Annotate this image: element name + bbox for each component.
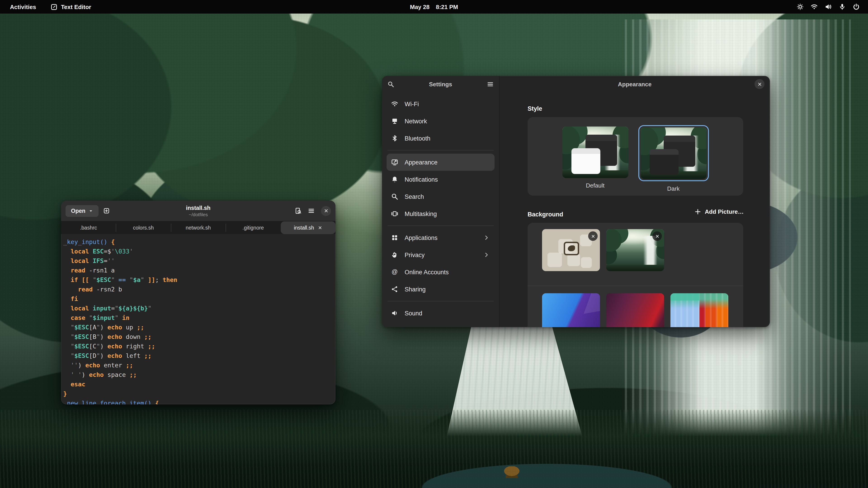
remove-wallpaper-button[interactable] bbox=[588, 231, 598, 241]
style-preview-dark bbox=[640, 127, 706, 179]
focused-app-name: Text Editor bbox=[61, 3, 91, 10]
text-editor-headerbar: Open install.sh ~/dotfiles bbox=[61, 201, 336, 221]
editor-tab-bashrc[interactable]: .bashrc bbox=[61, 221, 116, 234]
brightness-icon bbox=[797, 3, 804, 10]
sidebar-item-label: Wi-Fi bbox=[405, 101, 419, 107]
activities-button[interactable]: Activities bbox=[7, 2, 39, 11]
document-path: ~/dotfiles bbox=[186, 212, 211, 217]
appearance-content: Style DefaultDark Background Add Picture… bbox=[500, 93, 770, 327]
privacy-icon bbox=[391, 251, 398, 258]
style-option-default[interactable]: Default bbox=[562, 125, 628, 189]
new-tab-button[interactable] bbox=[103, 207, 110, 214]
svg-text:@: @ bbox=[392, 268, 398, 275]
sidebar-item-label: Sharing bbox=[405, 286, 426, 293]
sidebar-item-wi-fi[interactable]: Wi-Fi bbox=[386, 95, 495, 112]
code-line: if [[ "$ESC" == "$a" ]]; then bbox=[63, 275, 332, 285]
close-icon bbox=[757, 82, 762, 87]
code-line: '') echo enter ;; bbox=[63, 361, 332, 370]
sidebar-item-label: Bluetooth bbox=[405, 135, 430, 142]
sidebar-item-label: Network bbox=[405, 118, 427, 125]
remove-wallpaper-button[interactable] bbox=[652, 231, 662, 241]
code-line: read -rsn1 a bbox=[63, 266, 332, 275]
focused-app-indicator[interactable]: Text Editor bbox=[51, 3, 91, 10]
settings-menu-button[interactable] bbox=[487, 81, 494, 88]
editor-menu-button[interactable] bbox=[308, 207, 315, 214]
editor-tab-network-sh[interactable]: network.sh bbox=[171, 221, 226, 234]
code-line: local input="${a}${b}" bbox=[63, 304, 332, 313]
background-thumbnail-maroon-waves[interactable] bbox=[606, 293, 664, 327]
sidebar-headerbar: Settings bbox=[382, 76, 499, 93]
editor-header-actions bbox=[295, 206, 331, 216]
sidebar-item-label: Multitasking bbox=[405, 210, 437, 217]
sidebar-item-label: Notifications bbox=[405, 176, 438, 183]
power-battery-icon bbox=[391, 327, 398, 327]
style-option-label: Default bbox=[562, 182, 628, 189]
search-icon bbox=[391, 193, 398, 200]
editor-tab-colors-sh[interactable]: colors.sh bbox=[116, 221, 171, 234]
text-editor-window: Open install.sh ~/dotfiles .bashrccolors… bbox=[61, 201, 336, 404]
editor-close-button[interactable] bbox=[321, 206, 331, 216]
style-card: DefaultDark bbox=[528, 117, 743, 196]
chevron-right-icon bbox=[483, 252, 490, 258]
sidebar-item-applications[interactable]: Applications bbox=[386, 229, 495, 246]
tab-label: colors.sh bbox=[133, 225, 154, 230]
multitasking-icon bbox=[391, 210, 398, 217]
sidebar-title: Settings bbox=[429, 81, 452, 88]
settings-close-button[interactable] bbox=[754, 79, 765, 89]
wifi-icon bbox=[811, 3, 818, 10]
background-thumbnail-ghost-tiles[interactable] bbox=[542, 229, 600, 271]
system-status-area[interactable] bbox=[797, 3, 868, 10]
appearance-icon bbox=[391, 159, 398, 166]
open-button[interactable]: Open bbox=[66, 205, 98, 217]
editor-tab-install-sh[interactable]: install.sh bbox=[281, 221, 336, 234]
sidebar-item-privacy[interactable]: Privacy bbox=[386, 246, 495, 263]
style-option-dark[interactable]: Dark bbox=[638, 125, 709, 192]
background-divider bbox=[528, 286, 743, 286]
code-line: local IFS='' bbox=[63, 256, 332, 266]
sidebar-item-label: Privacy bbox=[405, 252, 425, 258]
chevron-right-icon bbox=[483, 234, 490, 241]
code-line: ' ') echo space ;; bbox=[63, 370, 332, 380]
tab-label: install.sh bbox=[294, 225, 314, 230]
sidebar-item-list: Wi-FiNetworkBluetoothAppearanceNotificat… bbox=[382, 93, 499, 327]
document-title: install.sh bbox=[186, 205, 211, 211]
top-bar: Activities Text Editor May 28 8:21 PM bbox=[0, 0, 868, 13]
sidebar-item-search[interactable]: Search bbox=[386, 188, 495, 205]
style-preview-light bbox=[562, 127, 628, 178]
open-button-label: Open bbox=[71, 207, 86, 214]
editor-tab-gitignore[interactable]: .gitignore bbox=[225, 221, 281, 234]
sidebar-item-sound[interactable]: Sound bbox=[386, 304, 495, 322]
sidebar-item-online-accounts[interactable]: @Online Accounts bbox=[386, 263, 495, 281]
sidebar-item-label: Online Accounts bbox=[405, 269, 449, 275]
background-thumbnail-forest-falls[interactable] bbox=[606, 229, 664, 271]
add-picture-button[interactable]: Add Picture… bbox=[694, 208, 744, 215]
sidebar-divider bbox=[388, 225, 494, 226]
code-line: fi bbox=[63, 294, 332, 304]
sidebar-item-power[interactable]: Power bbox=[386, 322, 495, 327]
document-preview-button[interactable] bbox=[295, 207, 302, 214]
sidebar-item-bluetooth[interactable]: Bluetooth bbox=[386, 130, 495, 147]
clock-time: 8:21 PM bbox=[436, 3, 458, 10]
background-thumbnail-blue-purple-geometric[interactable] bbox=[542, 293, 600, 327]
sidebar-item-multitasking[interactable]: Multitasking bbox=[386, 205, 495, 222]
search-button[interactable] bbox=[388, 81, 394, 88]
dropdown-arrow-icon bbox=[89, 208, 93, 213]
online-accounts-icon: @ bbox=[391, 268, 398, 275]
clock-button[interactable]: May 28 8:21 PM bbox=[410, 3, 458, 10]
sidebar-item-sharing[interactable]: Sharing bbox=[386, 281, 495, 298]
sidebar-divider bbox=[388, 301, 494, 301]
close-icon bbox=[323, 208, 329, 213]
sidebar-item-notifications[interactable]: Notifications bbox=[386, 171, 495, 188]
sidebar-item-appearance[interactable]: Appearance bbox=[386, 154, 495, 171]
background-card bbox=[528, 223, 743, 327]
tab-close-button[interactable] bbox=[318, 225, 322, 230]
background-thumbnail-drip-split[interactable] bbox=[671, 293, 728, 327]
panel-title: Appearance bbox=[618, 81, 652, 88]
selected-ring bbox=[638, 125, 709, 181]
bluetooth-icon bbox=[391, 135, 398, 142]
panel-headerbar: Appearance bbox=[500, 76, 770, 93]
volume-icon bbox=[825, 3, 832, 10]
code-editor-area[interactable]: _key_input() { local ESC=$'\033' local I… bbox=[61, 234, 336, 404]
style-section-heading: Style bbox=[528, 105, 542, 112]
sidebar-item-network[interactable]: Network bbox=[386, 112, 495, 130]
